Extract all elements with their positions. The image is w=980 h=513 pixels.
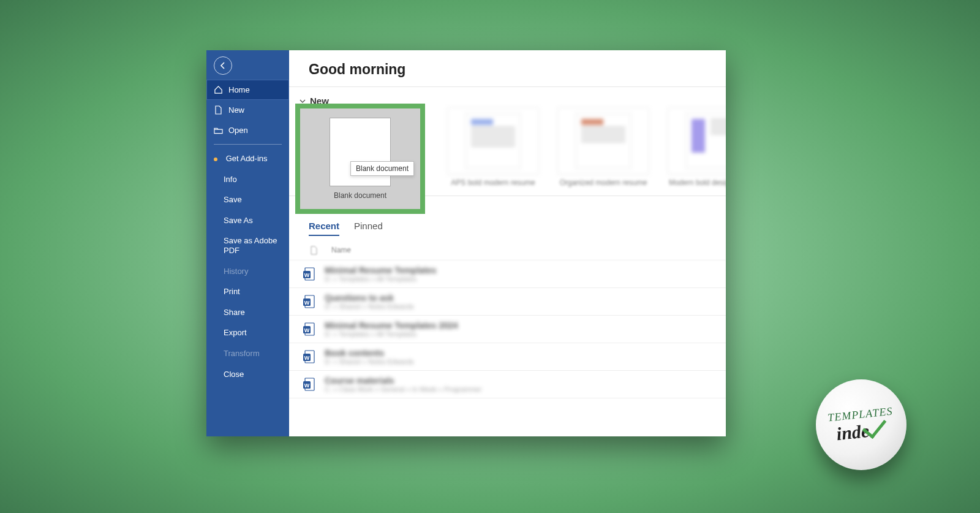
- template-label: APS bold modern resume: [447, 178, 539, 187]
- doc-title: Minimal Resume Templates: [325, 265, 437, 275]
- recent-doc-row[interactable]: WMinimal Resume Templates 2024D: » Templ…: [289, 316, 726, 343]
- sidebar-divider: [214, 144, 282, 145]
- sidebar-item-label: Print: [224, 287, 240, 296]
- recent-doc-row[interactable]: WQuestions to askD: » Shared » Notes Edw…: [289, 288, 726, 316]
- sidebar-item-label: History: [224, 267, 248, 276]
- list-header: Name: [289, 236, 726, 260]
- template-label: Blank document: [334, 191, 386, 200]
- logo-text: TEMPLATES inde: [827, 405, 895, 445]
- home-icon: [214, 85, 223, 94]
- sidebar-item-info[interactable]: Info: [206, 169, 289, 190]
- svg-text:W: W: [304, 272, 310, 278]
- blank-page-icon: [330, 118, 391, 186]
- sidebar-item-label: Home: [228, 85, 250, 94]
- recent-documents-list: WMinimal Resume TemplatesD: » Templates …: [289, 260, 726, 398]
- doc-title: Book contents: [325, 348, 414, 358]
- doc-path: D: » Templates » All Templates: [325, 330, 458, 338]
- page-title: Good morning: [289, 50, 726, 86]
- word-doc-icon: W: [303, 322, 316, 336]
- tooltip: Blank document: [350, 161, 414, 176]
- sidebar-item-save-as[interactable]: Save As: [206, 210, 289, 231]
- main-content: Good morning New Blank document Blank do…: [289, 50, 726, 436]
- blank-document-highlight[interactable]: Blank document Blank document: [295, 104, 425, 214]
- arrow-left-icon: [218, 61, 228, 70]
- sidebar-item-open[interactable]: Open: [206, 120, 289, 140]
- recent-doc-row[interactable]: WCourse materialsC: » Class Work » Gener…: [289, 371, 726, 398]
- sidebar-item-print[interactable]: Print: [206, 281, 289, 302]
- document-icon: [310, 246, 318, 255]
- recent-doc-row[interactable]: WBook contentsD: » Shared » Notes Edward…: [289, 343, 726, 371]
- tab-recent[interactable]: Recent: [309, 221, 339, 236]
- template-label: Modern bold designer res...: [668, 178, 726, 187]
- document-icon: [214, 105, 223, 115]
- sidebar-item-label: Close: [224, 370, 244, 379]
- sidebar-item-save-as-pdf[interactable]: Save as Adobe PDF: [206, 230, 289, 260]
- doc-title: Minimal Resume Templates 2024: [325, 321, 458, 330]
- svg-text:W: W: [304, 355, 310, 361]
- tab-pinned[interactable]: Pinned: [354, 221, 383, 236]
- sidebar-item-get-addins[interactable]: Get Add-ins: [206, 148, 289, 169]
- doc-title: Course materials: [325, 376, 481, 386]
- svg-text:W: W: [304, 382, 310, 389]
- sidebar-item-label: Info: [224, 175, 237, 184]
- folder-open-icon: [214, 126, 223, 135]
- doc-path: D: » Templates » All Templates: [325, 275, 437, 283]
- template-card[interactable]: Organized modern resume: [557, 107, 649, 187]
- column-header-name: Name: [331, 246, 351, 255]
- template-label: Organized modern resume: [557, 178, 649, 187]
- sidebar-item-label: Transform: [224, 349, 260, 358]
- recent-doc-row[interactable]: WMinimal Resume TemplatesD: » Templates …: [289, 260, 726, 288]
- sidebar-item-transform: Transform: [206, 343, 289, 364]
- template-thumb-icon: [557, 107, 649, 175]
- template-thumb-icon: [447, 107, 539, 175]
- sidebar-item-label: Open: [228, 126, 248, 135]
- addins-dot-icon: [214, 158, 217, 161]
- backstage-sidebar: Home New Open Get Add-ins Info Save Save…: [206, 50, 289, 436]
- sidebar-item-home[interactable]: Home: [206, 80, 289, 100]
- sidebar-item-label: New: [228, 105, 244, 115]
- sidebar-item-label: Export: [224, 328, 247, 337]
- sidebar-item-export[interactable]: Export: [206, 322, 289, 343]
- sidebar-item-save[interactable]: Save: [206, 189, 289, 210]
- word-doc-icon: W: [303, 349, 316, 364]
- svg-text:W: W: [304, 300, 310, 306]
- sidebar-item-share[interactable]: Share: [206, 302, 289, 323]
- back-button[interactable]: [214, 56, 232, 75]
- sidebar-item-new[interactable]: New: [206, 100, 289, 120]
- word-doc-icon: W: [303, 294, 316, 309]
- doc-title: Questions to ask: [325, 293, 414, 303]
- sidebar-item-label: Save: [224, 195, 242, 204]
- sidebar-item-close[interactable]: Close: [206, 364, 289, 385]
- template-card[interactable]: Modern bold designer res...: [668, 107, 726, 187]
- template-thumb-icon: [668, 107, 726, 175]
- sidebar-item-label: Save as Adobe PDF: [224, 236, 277, 255]
- template-card[interactable]: APS bold modern resume: [447, 107, 539, 187]
- sidebar-item-label: Save As: [224, 216, 253, 225]
- templates-index-logo: TEMPLATES inde: [816, 379, 907, 470]
- doc-path: D: » Shared » Notes Edwards: [325, 303, 414, 310]
- word-doc-icon: W: [303, 377, 316, 392]
- svg-text:W: W: [304, 327, 310, 333]
- sidebar-item-label: Share: [224, 308, 245, 317]
- doc-path: D: » Shared » Notes Edwards: [325, 358, 414, 365]
- doc-path: C: » Class Work » General » In Week » Pr…: [325, 386, 481, 393]
- word-start-window: Home New Open Get Add-ins Info Save Save…: [206, 50, 726, 436]
- sidebar-item-label: Get Add-ins: [226, 154, 268, 163]
- templates-row: Blank document Blank document APS bold m…: [289, 107, 726, 196]
- word-doc-icon: W: [303, 267, 316, 281]
- sidebar-item-history: History: [206, 261, 289, 282]
